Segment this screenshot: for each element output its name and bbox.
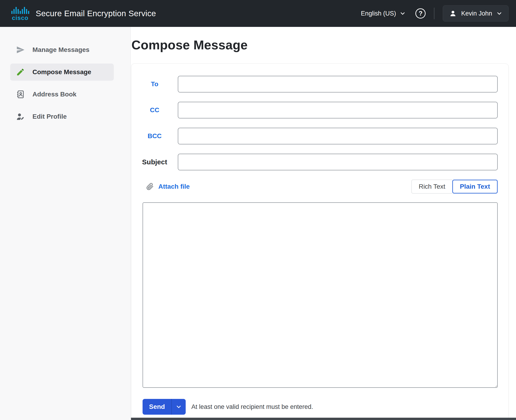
sidebar-item-address-book[interactable]: Address Book <box>10 86 114 103</box>
plain-text-button[interactable]: Plain Text <box>452 180 498 194</box>
app-title: Secure Email Encryption Service <box>36 9 156 18</box>
message-body-input[interactable] <box>142 202 498 388</box>
sidebar-item-edit-profile[interactable]: Edit Profile <box>10 108 114 125</box>
sidebar-item-label: Manage Messages <box>32 46 90 53</box>
to-row: To <box>131 76 508 92</box>
bcc-input[interactable] <box>178 128 498 144</box>
sidebar-item-compose-message[interactable]: Compose Message <box>10 64 114 81</box>
chevron-down-icon <box>400 10 406 16</box>
language-selector[interactable]: English (US) <box>361 10 406 17</box>
send-row: Send At least one valid recipient must b… <box>142 399 498 415</box>
paper-plane-icon <box>16 45 25 54</box>
bcc-row: BCC <box>131 128 508 144</box>
sidebar-item-label: Compose Message <box>32 68 91 76</box>
cc-row: CC <box>131 102 508 119</box>
subject-row: Subject <box>131 154 508 170</box>
cisco-logo-icon: cisco <box>10 6 30 21</box>
attach-file-label: Attach file <box>158 183 190 190</box>
main-content: Compose Message To CC BCC Subject Attach… <box>131 27 516 420</box>
bcc-label: BCC <box>131 132 178 140</box>
header-right: English (US) ? Kevin John <box>361 5 509 22</box>
address-book-icon <box>16 90 25 99</box>
chevron-down-icon <box>176 404 182 410</box>
cc-input[interactable] <box>178 102 498 119</box>
sidebar: Manage Messages Compose Message Address … <box>0 27 131 420</box>
subject-input[interactable] <box>178 154 498 170</box>
user-menu-button[interactable]: Kevin John <box>443 5 509 22</box>
chevron-down-icon <box>496 10 502 16</box>
help-icon[interactable]: ? <box>415 8 426 19</box>
send-button[interactable]: Send <box>142 399 186 415</box>
to-input[interactable] <box>178 76 498 92</box>
pencil-icon <box>16 68 25 77</box>
sidebar-item-label: Address Book <box>32 91 76 98</box>
send-options-caret[interactable] <box>172 404 186 410</box>
editor-mode-toggle: Rich Text Plain Text <box>411 180 498 194</box>
language-label: English (US) <box>361 10 396 17</box>
rich-text-button[interactable]: Rich Text <box>411 180 452 194</box>
page-title: Compose Message <box>131 38 516 52</box>
user-name: Kevin John <box>461 10 492 17</box>
paperclip-icon <box>146 183 154 190</box>
sidebar-item-manage-messages[interactable]: Manage Messages <box>10 41 114 58</box>
bottom-strip <box>131 418 516 420</box>
cisco-logo-text: cisco <box>12 14 29 21</box>
user-icon <box>449 9 457 17</box>
cc-label: CC <box>131 106 178 114</box>
sidebar-item-label: Edit Profile <box>32 113 67 120</box>
header-divider <box>434 8 434 19</box>
subject-label: Subject <box>131 158 178 166</box>
attach-file-link[interactable]: Attach file <box>146 183 190 190</box>
person-edit-icon <box>16 112 25 121</box>
send-label: Send <box>142 403 171 411</box>
cisco-logo: cisco <box>10 6 30 21</box>
to-label: To <box>131 80 178 88</box>
compose-card: To CC BCC Subject Attach file Rich Text <box>131 64 509 420</box>
app-header: cisco Secure Email Encryption Service En… <box>0 0 516 27</box>
attach-row: Attach file Rich Text Plain Text <box>146 180 498 194</box>
validation-message: At least one valid recipient must be ent… <box>191 403 313 411</box>
